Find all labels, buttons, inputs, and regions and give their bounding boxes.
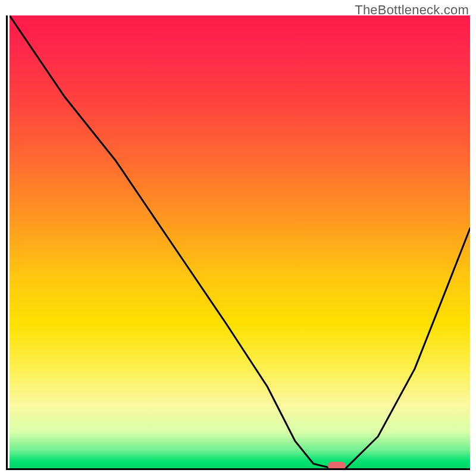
chart-axes <box>6 15 470 470</box>
plot-area <box>10 15 470 468</box>
bottleneck-curve <box>10 15 470 468</box>
optimal-point-marker <box>328 462 346 468</box>
